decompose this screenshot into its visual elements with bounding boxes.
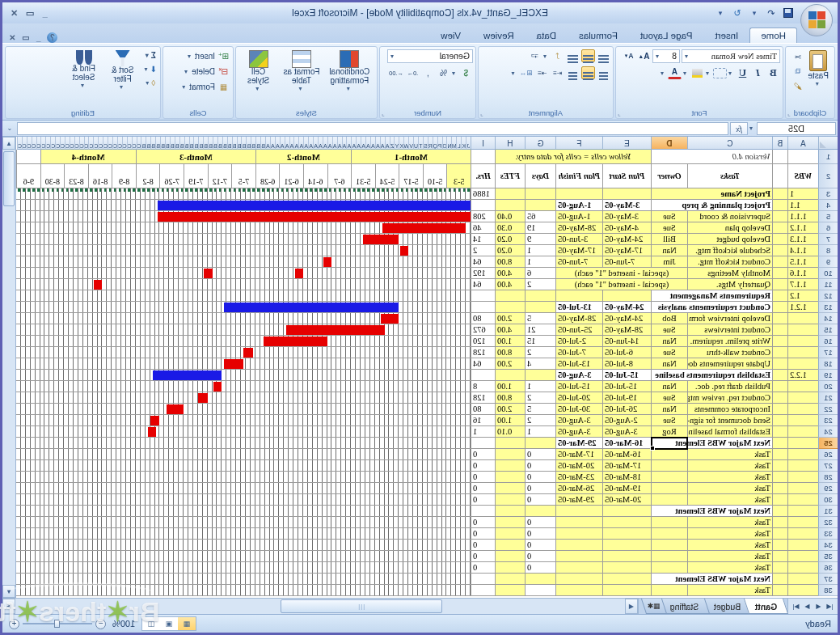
help-icon[interactable]: ? (47, 32, 57, 43)
middle-align-button[interactable] (581, 49, 595, 62)
cell-I18[interactable]: 64 (471, 358, 495, 370)
cell-G31[interactable] (525, 506, 555, 517)
cell-B22[interactable] (772, 404, 787, 415)
gantt-week-9-6[interactable]: 9-6 (16, 164, 40, 188)
cell-C32[interactable]: Task (687, 517, 772, 528)
cell-I38[interactable] (471, 585, 495, 596)
last-sheet-icon[interactable]: ▶| (791, 603, 801, 610)
cell-B30[interactable] (772, 494, 787, 506)
row-header-34[interactable]: 34 (818, 540, 838, 551)
first-sheet-icon[interactable]: |◀ (825, 603, 835, 610)
cell-E23[interactable]: 2-Aug-05 (602, 415, 651, 426)
close-button[interactable]: ✕ (11, 8, 18, 19)
gantt-week-5-24[interactable]: 5-24 (375, 164, 399, 188)
normal-view-icon[interactable]: ▦ (178, 617, 196, 630)
scroll-left-icon[interactable]: ◀ (625, 599, 638, 614)
cell-C13[interactable]: Conduct requirements analysis (651, 302, 772, 313)
cell-D32[interactable] (651, 517, 687, 528)
cell-E26[interactable]: 16-Mar-05 (602, 449, 651, 460)
cell-C4[interactable]: Project planning & prep (651, 200, 772, 211)
cell-H31[interactable] (495, 506, 525, 517)
gantt-week-7-12[interactable]: 7-12 (208, 164, 232, 188)
cell-D18[interactable]: Nan (651, 358, 687, 370)
vertical-scrollbar[interactable]: ▲ ▼ (2, 137, 16, 598)
paste-button[interactable]: Paste▾ (804, 49, 832, 92)
cell-G22[interactable]: 5 (525, 404, 555, 415)
fill-button[interactable]: ⬇▾ (144, 62, 158, 75)
header-days[interactable]: Days (525, 164, 555, 188)
cell-B35[interactable] (772, 551, 787, 562)
orientation-button[interactable]: ⤴ (551, 49, 564, 62)
gantt-week-8-23[interactable]: 8-23 (64, 164, 88, 188)
sheet-tab-gantt[interactable]: Gantt (743, 599, 788, 614)
cell-D15[interactable]: Sue (651, 324, 687, 336)
column-header-H[interactable]: H (495, 137, 525, 150)
cell-H35[interactable] (495, 551, 525, 562)
gantt-row-28[interactable] (16, 472, 471, 483)
cell-C24[interactable]: Establish formal baseline (687, 426, 772, 438)
cell-C15[interactable]: Conduct interviews (687, 324, 772, 336)
cell-C38[interactable]: Task (687, 585, 772, 596)
cell-D26[interactable] (651, 449, 687, 460)
zoom-out-icon[interactable]: − (95, 619, 106, 629)
cell-C7[interactable]: Develop budget (687, 234, 772, 245)
gantt-row-13[interactable] (16, 302, 471, 313)
cell-D24[interactable]: Rog (651, 426, 687, 438)
cell-F5[interactable]: 1-Aug-05 (555, 211, 602, 222)
cell-H23[interactable]: 1.00 (495, 415, 525, 426)
cell-E9[interactable]: 7-Jun-05 (602, 256, 651, 268)
cell-H30[interactable] (495, 494, 525, 506)
cell-B32[interactable] (772, 517, 787, 528)
cell-G18[interactable]: 4 (525, 358, 555, 370)
cell-A7[interactable]: 1.1.3 (787, 234, 818, 245)
cell-H19[interactable] (495, 370, 525, 381)
cell-A15[interactable] (787, 324, 818, 336)
cell-A12[interactable]: 1.2 (787, 290, 818, 302)
cell-E34[interactable] (602, 540, 651, 551)
cell-F24[interactable]: 3-Aug-05 (555, 426, 602, 438)
cell-I33[interactable]: 0 (471, 528, 495, 540)
cell-A24[interactable] (787, 426, 818, 438)
header-hrs[interactable]: Hrs. (471, 164, 495, 188)
number-dialog-launcher[interactable]: ⌟ (382, 110, 385, 117)
cell-F15[interactable]: 25-Jun-05 (555, 324, 602, 336)
column-header-C[interactable]: C (687, 137, 772, 150)
row-header-24[interactable]: 24 (818, 426, 838, 438)
cell-H14[interactable]: 2.00 (495, 313, 525, 324)
row-header-26[interactable]: 26 (818, 449, 838, 460)
clipboard-dialog-launcher[interactable]: ⌟ (787, 110, 791, 117)
cell-D8[interactable]: Nan (651, 245, 687, 256)
cell-E16[interactable]: 14-Jun-05 (602, 336, 651, 347)
gantt-row-17[interactable] (16, 347, 471, 358)
cell-B24[interactable] (772, 426, 787, 438)
gantt-column-letters[interactable]: JKLMNOPQRSTUVWXYZAAAAAAAAAAAAAAAAAAAAAAA… (16, 137, 471, 150)
cell-I23[interactable]: 16 (471, 415, 495, 426)
gantt-week-8-16[interactable]: 8-16 (88, 164, 112, 188)
cell-E21[interactable]: 19-Jul-05 (602, 392, 651, 404)
gantt-week-5-31[interactable]: 5-31 (351, 164, 375, 188)
header-plan-start[interactable]: Plan Start (602, 164, 651, 188)
gantt-row-7[interactable] (16, 234, 471, 245)
ribbon-tab-insert[interactable]: Insert (704, 28, 750, 43)
cell-E30[interactable]: 20-Mar-05 (602, 494, 651, 506)
cell-A18[interactable] (787, 358, 818, 370)
cell-E18[interactable]: 8-Jul-05 (602, 358, 651, 370)
cell-I37[interactable] (471, 574, 495, 585)
cell-C34[interactable]: Task (687, 540, 772, 551)
cell-C8[interactable]: Schedule kickoff mtg. (687, 245, 772, 256)
gantt-row-8[interactable] (16, 245, 471, 256)
row-header-27[interactable]: 27 (818, 460, 838, 472)
cell-E38[interactable] (602, 585, 651, 596)
cell-D27[interactable] (651, 460, 687, 472)
cell-A5[interactable]: 1.1.1 (787, 211, 818, 222)
cell-H27[interactable] (495, 460, 525, 472)
row-header-32[interactable]: 32 (818, 517, 838, 528)
cell-I6[interactable]: 46 (471, 222, 495, 234)
cell-G38[interactable] (525, 585, 555, 596)
cell-G37[interactable] (525, 574, 555, 585)
cell-B8[interactable] (772, 245, 787, 256)
font-size-combo[interactable]: 8▾ (652, 49, 680, 63)
cell-B4[interactable] (772, 200, 787, 211)
cell-B25[interactable] (772, 438, 787, 449)
cell-B10[interactable] (772, 268, 787, 279)
